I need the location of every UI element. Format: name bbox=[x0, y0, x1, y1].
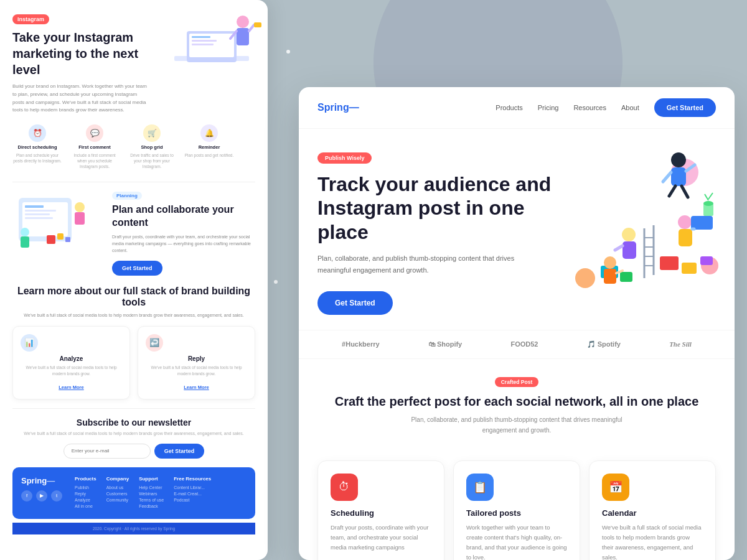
footer-columns: Products Publish Reply Analyze All in on… bbox=[75, 476, 247, 510]
feature-label: Shop grid bbox=[141, 144, 163, 150]
scheduling-card-icon: ⏱ bbox=[331, 474, 358, 501]
footer-link[interactable]: About us bbox=[106, 485, 129, 490]
newsletter-desc: We've built a full stack of social media… bbox=[12, 430, 255, 437]
nav-link-products[interactable]: Products bbox=[496, 104, 522, 111]
footer-link[interactable]: Reply bbox=[75, 492, 96, 496]
brand-section: Learn more about our full stack of brand… bbox=[12, 286, 255, 400]
svg-rect-28 bbox=[671, 167, 686, 186]
footer-link[interactable]: Customers bbox=[106, 492, 129, 496]
plan-get-started-button[interactable]: Get Started bbox=[112, 261, 162, 276]
feature-label: Reminder bbox=[199, 144, 220, 150]
footer-col-products: Products Publish Reply Analyze All in on… bbox=[75, 476, 96, 510]
nav-link-about[interactable]: About bbox=[621, 104, 639, 111]
brand-title: Learn more about our full stack of brand… bbox=[12, 286, 255, 308]
craft-desc: Plan, collaborate, and publish thumb-sto… bbox=[405, 414, 629, 436]
svg-point-6 bbox=[237, 16, 249, 28]
footer-link[interactable]: Community bbox=[106, 498, 129, 502]
nav-link-resources[interactable]: Resources bbox=[573, 104, 606, 111]
plan-illustration bbox=[12, 189, 100, 251]
svg-rect-46 bbox=[660, 256, 679, 270]
partner-thesill: The Sill bbox=[669, 340, 692, 348]
tool-name: Reply bbox=[146, 355, 247, 362]
partner-food52: FOOD52 bbox=[510, 340, 538, 348]
plan-title: Plan and collaborate your content bbox=[112, 203, 255, 230]
footer-link[interactable]: Terms of use bbox=[139, 498, 164, 502]
svg-rect-10 bbox=[254, 22, 261, 27]
card-desc: Draft your posts, coordinate with your t… bbox=[331, 523, 431, 553]
svg-rect-21 bbox=[47, 235, 55, 244]
svg-point-51 bbox=[604, 256, 616, 269]
feature-desc: Include a first comment when you schedul… bbox=[70, 152, 120, 169]
hero-section: Publish Wisely Track your audience and I… bbox=[299, 129, 735, 330]
hero-subtitle: Plan, collaborate, and publish thumb-sto… bbox=[317, 253, 529, 276]
newsletter-submit-button[interactable]: Get Started bbox=[154, 444, 205, 459]
analyze-link[interactable]: Learn More bbox=[59, 385, 83, 390]
card-desc: Work together with your team to create c… bbox=[466, 523, 567, 560]
twitter-icon[interactable]: t bbox=[51, 490, 62, 502]
svg-rect-23 bbox=[65, 237, 70, 242]
footer-link[interactable]: Podcast bbox=[174, 498, 211, 502]
footer-link[interactable]: Webinars bbox=[139, 492, 164, 496]
svg-rect-47 bbox=[682, 263, 697, 274]
nav-logo: Spring— bbox=[317, 102, 359, 113]
nav-links: Products Pricing Resources About bbox=[496, 104, 639, 111]
youtube-icon[interactable]: ▶ bbox=[36, 490, 47, 502]
footer-col-heading: Support bbox=[139, 476, 164, 482]
footer-link[interactable]: E-mail Creat... bbox=[174, 492, 211, 496]
feature-label: Direct scheduling bbox=[18, 144, 57, 150]
footer-link[interactable]: All in one bbox=[75, 504, 96, 508]
footer-link[interactable]: Feedback bbox=[139, 504, 164, 508]
svg-line-29 bbox=[663, 172, 671, 182]
svg-rect-5 bbox=[192, 44, 214, 45]
newsletter-form: Get Started bbox=[12, 444, 255, 459]
tool-desc: We've built a full stack of social media… bbox=[146, 365, 247, 377]
footer-brand: Spring— f ▶ t bbox=[21, 476, 62, 510]
footer-col-company: Company About us Customers Community bbox=[106, 476, 129, 510]
tool-name: Analyze bbox=[21, 355, 122, 362]
reply-link[interactable]: Learn More bbox=[184, 385, 209, 390]
card-scheduling: ⏱ Scheduling Draft your posts, coordinat… bbox=[317, 460, 444, 560]
feature-direct-scheduling: ⏰ Direct scheduling Plan and schedule yo… bbox=[12, 124, 62, 169]
nav-cta-button[interactable]: Get Started bbox=[654, 98, 716, 117]
left-badge: Instagram bbox=[12, 14, 49, 24]
left-title: Take your Instagram marketing to the nex… bbox=[12, 29, 149, 78]
svg-line-56 bbox=[705, 194, 708, 200]
footer-col-heading: Company bbox=[106, 476, 129, 482]
footer-col-heading: Free Resources bbox=[174, 476, 211, 482]
partner-huckberry: #Huckberry bbox=[342, 340, 380, 348]
email-input[interactable] bbox=[63, 444, 151, 459]
footer-link[interactable]: Analyze bbox=[75, 498, 96, 502]
plan-section: Planning Plan and collaborate your conte… bbox=[12, 189, 255, 275]
tool-analyze: 📊 Analyze We've built a full stack of so… bbox=[12, 326, 130, 400]
svg-line-31 bbox=[669, 186, 675, 196]
svg-line-39 bbox=[615, 246, 622, 250]
left-desc: Build your brand on Instagram. Work toge… bbox=[12, 83, 149, 114]
analyze-icon: 📊 bbox=[21, 334, 38, 352]
craft-badge: Crafted Post bbox=[495, 377, 539, 387]
left-illustration bbox=[162, 6, 261, 81]
svg-point-55 bbox=[703, 201, 713, 206]
footer-link[interactable]: Help Center bbox=[139, 485, 164, 490]
reply-icon: ↩️ bbox=[146, 334, 163, 352]
nav-link-pricing[interactable]: Pricing bbox=[538, 104, 559, 111]
svg-rect-16 bbox=[25, 217, 53, 219]
tools-row: 📊 Analyze We've built a full stack of so… bbox=[12, 326, 255, 400]
feature-label: First comment bbox=[78, 144, 111, 150]
plan-badge: Planning bbox=[112, 192, 142, 200]
hero-cta-button[interactable]: Get Started bbox=[317, 291, 393, 315]
footer-link[interactable]: Publish bbox=[75, 485, 96, 490]
facebook-icon[interactable]: f bbox=[21, 490, 32, 502]
footer-socials: f ▶ t bbox=[21, 490, 62, 502]
svg-rect-7 bbox=[237, 28, 249, 45]
craft-section: Crafted Post Craft the perfect post for … bbox=[299, 359, 735, 460]
card-title: Calendar bbox=[602, 508, 703, 518]
card-desc: We've built a full stack of social media… bbox=[602, 523, 703, 560]
feature-desc: Plan posts and get notified. bbox=[185, 152, 233, 158]
card-tailored-posts: 📋 Tailored posts Work together with your… bbox=[453, 460, 580, 560]
svg-rect-3 bbox=[192, 36, 210, 38]
calendar-card-icon: 📅 bbox=[602, 474, 629, 501]
plan-content: Planning Plan and collaborate your conte… bbox=[112, 189, 255, 275]
footer-link[interactable]: Content Librar... bbox=[174, 485, 211, 490]
svg-rect-14 bbox=[25, 210, 56, 212]
shop-icon: 🛒 bbox=[143, 124, 161, 142]
